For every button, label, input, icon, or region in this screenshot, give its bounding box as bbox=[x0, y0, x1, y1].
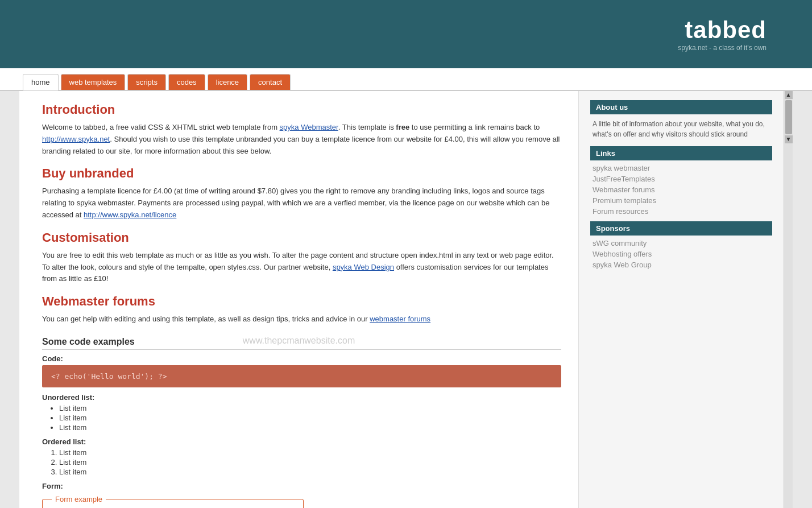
sidebar-links-title: Links bbox=[590, 146, 772, 160]
buy-unbranded-heading: Buy unbranded bbox=[42, 166, 561, 181]
nav-tab-codes[interactable]: codes bbox=[168, 74, 205, 90]
ordered-list: List item List item List item bbox=[59, 448, 561, 476]
nav-tab-home[interactable]: home bbox=[23, 74, 59, 90]
sidebar-link-premium-templates[interactable]: Premium templates bbox=[593, 196, 656, 205]
list-item: sWG community bbox=[593, 239, 770, 247]
sidebar-link-spyka[interactable]: spyka webmaster bbox=[593, 164, 650, 172]
sidebar-sponsors-title: Sponsors bbox=[590, 221, 772, 236]
sidebar-about-title: About us bbox=[590, 100, 772, 114]
introduction-heading: Introduction bbox=[42, 102, 561, 117]
sidebar: About us A little bit of information abo… bbox=[579, 91, 784, 508]
spyka-webmaster-link[interactable]: spyka Webmaster bbox=[280, 123, 338, 131]
sidebar-link-justfreetemplates[interactable]: JustFreeTemplates bbox=[593, 175, 655, 183]
site-title-area: tabbed spyka.net - a class of it's own bbox=[678, 16, 767, 52]
customisation-text: You are free to edit this web template a… bbox=[42, 250, 561, 285]
webmaster-forums-link[interactable]: webmaster forums bbox=[370, 315, 430, 323]
list-item: List item bbox=[59, 458, 561, 466]
sidebar-link-forum-resources[interactable]: Forum resources bbox=[593, 207, 648, 216]
nav-tab-scripts[interactable]: scripts bbox=[127, 74, 166, 90]
navigation: home web templates scripts codes licence… bbox=[0, 68, 812, 91]
sidebar-link-webmaster-forums[interactable]: Webmaster forums bbox=[593, 185, 655, 194]
list-item: Webmaster forums bbox=[593, 185, 770, 194]
list-item: spyka webmaster bbox=[593, 164, 770, 172]
list-item: List item bbox=[59, 423, 561, 432]
form-example: Form example Name: bbox=[42, 495, 304, 508]
sidebar-about-text: A little bit of information about your w… bbox=[590, 114, 772, 146]
customisation-heading: Customisation bbox=[42, 230, 561, 245]
list-item: JustFreeTemplates bbox=[593, 175, 770, 183]
unordered-list-label: Unordered list: bbox=[42, 393, 561, 402]
spyka-webdesign-link[interactable]: spyka Web Design bbox=[333, 263, 394, 271]
list-item: Forum resources bbox=[593, 207, 770, 216]
site-header: tabbed spyka.net - a class of it's own bbox=[0, 0, 812, 68]
spyka-url-link[interactable]: http://www.spyka.net bbox=[42, 135, 110, 143]
licence-link[interactable]: http://www.spyka.net/licence bbox=[84, 210, 176, 219]
site-title: tabbed bbox=[678, 16, 767, 44]
list-item: List item bbox=[59, 448, 561, 457]
scrollbar[interactable]: ▲ ▼ bbox=[784, 91, 793, 508]
ordered-list-label: Ordered list: bbox=[42, 437, 561, 446]
code-examples-heading: Some code examples bbox=[42, 337, 561, 350]
scrollbar-down-button[interactable]: ▼ bbox=[785, 135, 793, 143]
sidebar-sponsor-swg[interactable]: sWG community bbox=[593, 239, 647, 247]
webmaster-forums-text: You can get help with editing and using … bbox=[42, 313, 561, 325]
nav-tab-contact[interactable]: contact bbox=[250, 74, 291, 90]
list-item: List item bbox=[59, 414, 561, 422]
list-item: List item bbox=[59, 404, 561, 412]
site-tagline: spyka.net - a class of it's own bbox=[678, 44, 767, 52]
scrollbar-thumb[interactable] bbox=[785, 100, 792, 134]
form-legend: Form example bbox=[52, 495, 106, 503]
list-item: List item bbox=[59, 468, 561, 476]
introduction-text: Welcome to tabbed, a free valid CSS & XH… bbox=[42, 122, 561, 157]
form-label: Form: bbox=[42, 482, 561, 490]
list-item: spyka Web Group bbox=[593, 261, 770, 269]
list-item: Premium templates bbox=[593, 196, 770, 205]
webmaster-forums-heading: Webmaster forums bbox=[42, 294, 561, 309]
code-block: <? echo('Hello world'); ?> bbox=[42, 365, 561, 387]
scrollbar-up-button[interactable]: ▲ bbox=[785, 91, 793, 99]
code-label: Code: bbox=[42, 354, 561, 363]
list-item: Webhosting offers bbox=[593, 250, 770, 258]
nav-tab-licence[interactable]: licence bbox=[208, 74, 247, 90]
unordered-list: List item List item List item bbox=[59, 404, 561, 432]
nav-tab-web-templates[interactable]: web templates bbox=[61, 74, 126, 90]
buy-unbranded-text: Purchasing a template licence for £4.00 … bbox=[42, 185, 561, 221]
sidebar-sponsor-spyka-web-group[interactable]: spyka Web Group bbox=[593, 261, 652, 269]
sidebar-sponsor-webhosting[interactable]: Webhosting offers bbox=[593, 250, 652, 258]
sidebar-sponsors-list: sWG community Webhosting offers spyka We… bbox=[590, 236, 772, 275]
main-content: Introduction Welcome to tabbed, a free v… bbox=[19, 91, 579, 508]
page-wrapper: Introduction Welcome to tabbed, a free v… bbox=[19, 91, 793, 508]
sidebar-links-list: spyka webmaster JustFreeTemplates Webmas… bbox=[590, 160, 772, 221]
